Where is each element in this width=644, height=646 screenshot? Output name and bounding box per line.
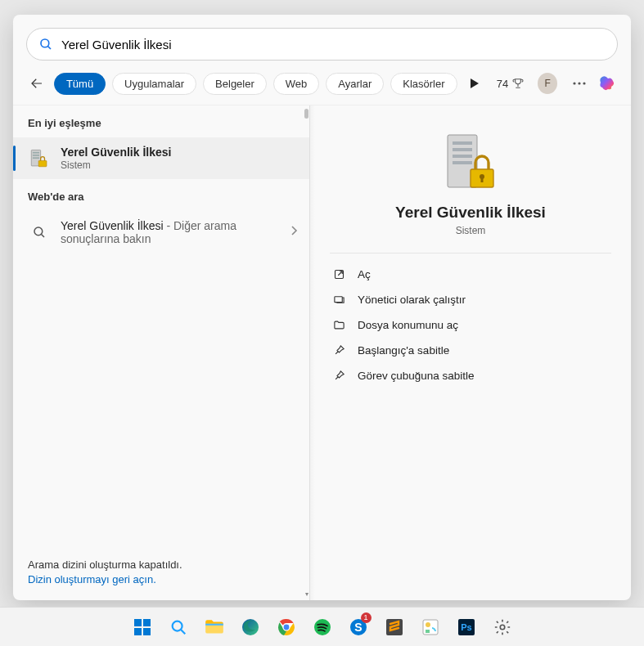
spotify-icon — [313, 617, 332, 637]
svg-point-0 — [41, 39, 49, 47]
trophy-icon — [511, 77, 525, 90]
taskbar-edge[interactable] — [234, 611, 267, 644]
web-search-text: Yerel Güvenlik İlkesi - Diğer arama sonu… — [61, 219, 285, 245]
results-list: En iyi eşleşme Yerel Güvenlik İlkesi Sis… — [13, 105, 309, 600]
folder-icon — [204, 617, 225, 638]
svg-text:S: S — [354, 621, 362, 634]
points-value: 74 — [497, 78, 508, 90]
indexing-reenable-link[interactable]: Dizin oluşturmayı geri açın. — [28, 573, 295, 585]
pin-icon — [331, 344, 346, 357]
search-input[interactable] — [61, 38, 606, 52]
web-search-item[interactable]: Yerel Güvenlik İlkesi - Diğer arama sonu… — [13, 211, 309, 253]
svg-rect-19 — [453, 155, 472, 158]
search-bar[interactable] — [26, 28, 618, 61]
play-icon — [471, 79, 479, 88]
svg-point-14 — [34, 227, 43, 236]
svg-rect-23 — [481, 177, 484, 182]
copilot-button[interactable] — [597, 72, 618, 95]
gear-icon — [493, 618, 511, 636]
svg-point-7 — [579, 82, 581, 84]
svg-rect-40 — [386, 619, 403, 635]
search-icon — [38, 37, 53, 52]
filter-docs[interactable]: Belgeler — [203, 73, 267, 95]
svg-rect-28 — [134, 628, 142, 635]
taskbar: S 1 Ps — [0, 607, 644, 646]
edge-icon — [241, 617, 260, 637]
filter-settings[interactable]: Ayarlar — [326, 73, 384, 95]
more-filters-button[interactable] — [466, 74, 484, 93]
svg-rect-18 — [453, 148, 472, 151]
taskbar-sublime[interactable] — [378, 611, 411, 644]
search-icon — [28, 221, 51, 244]
indexing-off-text: Arama dizini oluşturma kapatıldı. — [28, 559, 295, 571]
rewards-points[interactable]: 74 — [497, 77, 525, 90]
svg-line-1 — [47, 46, 51, 49]
sublime-icon — [385, 617, 404, 637]
app-icon — [421, 617, 440, 637]
svg-rect-20 — [453, 161, 472, 164]
svg-marker-3 — [471, 79, 479, 88]
action-pin-start[interactable]: Başlangıç'a sabitle — [330, 338, 611, 363]
svg-rect-27 — [143, 619, 151, 626]
taskbar-skype[interactable]: S 1 — [342, 611, 375, 644]
open-icon — [331, 268, 346, 280]
svg-rect-11 — [33, 155, 39, 156]
svg-rect-29 — [143, 628, 151, 635]
svg-point-30 — [172, 621, 182, 630]
preview-pane: Yerel Güvenlik İlkesi Sistem Aç Yönetici… — [309, 105, 631, 600]
more-options[interactable] — [569, 82, 590, 85]
taskbar-search[interactable] — [162, 611, 195, 644]
preview-app-icon — [442, 132, 499, 194]
svg-rect-32 — [205, 623, 223, 625]
shield-icon — [331, 294, 346, 306]
action-run-admin[interactable]: Yönetici olarak çalıştır — [330, 287, 611, 312]
best-match-item[interactable]: Yerel Güvenlik İlkesi Sistem — [13, 137, 309, 179]
svg-rect-26 — [134, 619, 142, 626]
preview-title: Yerel Güvenlik İlkesi — [330, 204, 611, 222]
taskbar-spotify[interactable] — [306, 611, 339, 644]
windows-icon — [133, 617, 152, 637]
svg-point-42 — [426, 622, 430, 627]
svg-rect-13 — [38, 160, 47, 166]
action-pin-taskbar[interactable]: Görev çubuğuna sabitle — [330, 363, 611, 388]
best-match-header: En iyi eşleşme — [13, 105, 309, 137]
svg-line-31 — [181, 630, 185, 634]
scrollbar[interactable]: ▾ — [304, 105, 309, 600]
copilot-icon — [597, 74, 617, 93]
filter-web[interactable]: Web — [273, 73, 320, 95]
taskbar-explorer[interactable] — [198, 611, 231, 644]
filter-apps[interactable]: Uygulamalar — [112, 73, 196, 95]
svg-point-46 — [500, 625, 505, 630]
svg-rect-10 — [33, 151, 39, 153]
taskbar-settings[interactable] — [486, 611, 519, 644]
action-open[interactable]: Aç — [330, 262, 611, 287]
svg-rect-43 — [426, 630, 430, 633]
filter-all[interactable]: Tümü — [54, 73, 106, 95]
photoshop-icon: Ps — [457, 617, 476, 637]
svg-rect-12 — [33, 157, 39, 159]
search-window: Tümü Uygulamalar Belgeler Web Ayarlar Kl… — [13, 15, 631, 600]
indexing-notice: Arama dizini oluşturma kapatıldı. Dizin … — [13, 547, 309, 600]
chrome-icon — [277, 617, 296, 637]
user-avatar[interactable]: F — [538, 73, 557, 94]
action-file-location[interactable]: Dosya konumunu aç — [330, 312, 611, 338]
filter-row: Tümü Uygulamalar Belgeler Web Ayarlar Kl… — [13, 67, 631, 105]
result-subtitle: Sistem — [61, 159, 298, 171]
chevron-right-icon — [290, 225, 298, 240]
filter-folders[interactable]: Klasörler — [390, 73, 457, 95]
divider — [330, 253, 611, 253]
back-button[interactable] — [26, 72, 47, 95]
security-policy-icon — [28, 147, 51, 170]
skype-badge: 1 — [361, 612, 372, 623]
arrow-left-icon — [29, 76, 44, 91]
folder-icon — [331, 319, 346, 331]
pin-icon — [331, 370, 346, 382]
taskbar-chrome[interactable] — [270, 611, 303, 644]
svg-line-15 — [41, 234, 44, 237]
svg-text:Ps: Ps — [461, 622, 471, 632]
start-button[interactable] — [126, 611, 159, 644]
taskbar-photoshop[interactable]: Ps — [450, 611, 483, 644]
result-title: Yerel Güvenlik İlkesi — [61, 146, 298, 159]
taskbar-app[interactable] — [414, 611, 447, 644]
svg-rect-17 — [453, 141, 472, 145]
